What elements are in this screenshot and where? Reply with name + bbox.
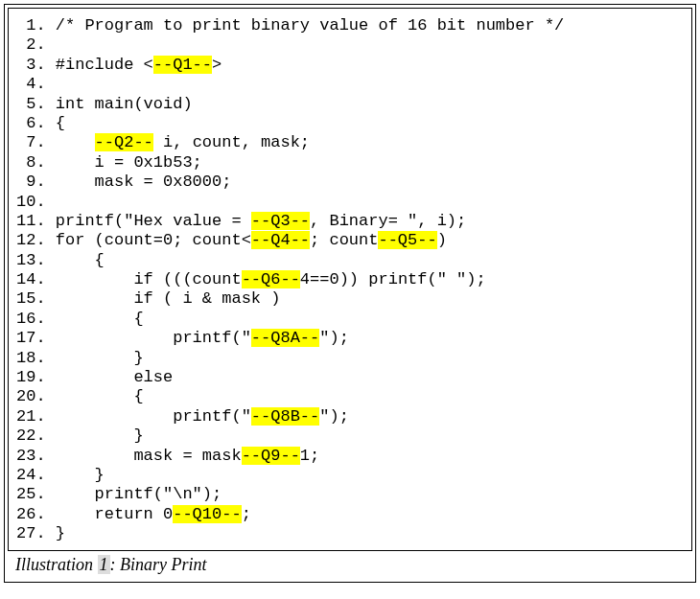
code-text: . {	[35, 251, 104, 269]
line-number: 4	[16, 75, 35, 94]
code-text: >	[212, 56, 222, 74]
code-text: . }	[35, 524, 65, 542]
blank-Q8B: --Q8B--	[251, 407, 319, 426]
code-text: . if ( i & mask )	[35, 289, 280, 308]
line-number: 20	[16, 387, 35, 406]
caption-number: 1	[98, 555, 110, 574]
line-number: 26	[16, 505, 35, 524]
illustration-caption: Illustration 1: Binary Print	[8, 551, 692, 579]
code-text: ;	[242, 505, 251, 523]
code-text: i, count, mask;	[153, 133, 310, 151]
blank-Q3: --Q3--	[251, 212, 310, 230]
code-text: . {	[35, 310, 143, 328]
line-number: 10	[16, 193, 35, 212]
code-line-27: 27. }	[16, 524, 682, 543]
blank-Q4: --Q4--	[251, 231, 310, 249]
code-line-2: 2.	[16, 35, 682, 55]
code-line-26: 26. return 0--Q10--;	[16, 505, 682, 524]
code-line-20: 20. {	[16, 387, 682, 406]
line-number: 6	[16, 114, 35, 133]
code-text: .	[35, 133, 94, 151]
line-number: 8	[16, 153, 35, 173]
blank-Q10: --Q10--	[173, 505, 241, 523]
code-line-17: 17. printf("--Q8A--");	[16, 329, 682, 348]
code-text: . if (((count	[35, 270, 241, 288]
caption-title: : Binary Print	[110, 555, 207, 574]
code-text: . }	[35, 466, 104, 484]
code-line-5: 5. int main(void)	[16, 95, 682, 114]
line-number: 27	[16, 524, 35, 543]
code-text: . printf("	[35, 329, 250, 347]
code-line-24: 24. }	[16, 466, 682, 485]
code-text: . {	[35, 387, 143, 405]
blank-Q2: --Q2--	[95, 133, 153, 151]
line-number: 24	[16, 466, 35, 485]
code-box: 1. /* Program to print binary value of 1…	[8, 8, 692, 551]
line-number: 18	[16, 349, 35, 368]
code-text: . else	[35, 368, 173, 386]
code-line-11: 11. printf("Hex value = --Q3--, Binary= …	[16, 212, 682, 231]
code-text: . printf("	[35, 407, 250, 426]
line-number: 7	[16, 133, 35, 152]
line-number: 17	[16, 329, 35, 348]
code-text: ; count	[310, 231, 378, 249]
blank-Q9: --Q9--	[242, 447, 300, 465]
line-number: 12	[16, 231, 35, 250]
code-text: . printf("\n");	[35, 485, 222, 503]
code-text: ");	[319, 407, 349, 426]
code-line-18: 18. }	[16, 349, 682, 368]
line-number: 25	[16, 485, 35, 504]
document-outer-frame: 1. /* Program to print binary value of 1…	[4, 4, 696, 583]
line-number: 23	[16, 447, 35, 466]
code-text: .	[35, 35, 45, 54]
line-number: 2	[16, 35, 35, 55]
code-text: . }	[35, 426, 143, 445]
line-number: 11	[16, 212, 35, 231]
line-number: 15	[16, 289, 35, 309]
code-line-23: 23. mask = mask--Q9--1;	[16, 447, 682, 466]
blank-Q5: --Q5--	[378, 231, 436, 249]
blank-Q8A: --Q8A--	[251, 329, 319, 347]
line-number: 3	[16, 56, 35, 75]
line-number: 16	[16, 310, 35, 329]
code-text: . printf("Hex value =	[35, 212, 250, 230]
code-text: . }	[35, 349, 143, 367]
code-text: .	[35, 75, 45, 93]
line-number: 5	[16, 95, 35, 114]
code-text: 1;	[300, 447, 319, 465]
code-line-4: 4.	[16, 75, 682, 94]
code-text: . mask = 0x8000;	[35, 173, 231, 191]
code-text: , Binary= ", i);	[310, 212, 466, 230]
code-text: )	[437, 231, 447, 249]
code-text: . for (count=0; count<	[35, 231, 250, 249]
code-line-12: 12. for (count=0; count<--Q4--; count--Q…	[16, 231, 682, 250]
code-line-6: 6. {	[16, 114, 682, 133]
code-line-1: 1. /* Program to print binary value of 1…	[16, 16, 682, 35]
code-line-19: 19. else	[16, 368, 682, 387]
code-line-3: 3. #include <--Q1-->	[16, 56, 682, 75]
code-line-16: 16. {	[16, 310, 682, 329]
line-number: 13	[16, 251, 35, 270]
code-text: 4==0)) printf(" ");	[300, 270, 486, 288]
code-text: . return 0	[35, 505, 173, 523]
line-number: 21	[16, 407, 35, 426]
code-text: . {	[35, 114, 65, 132]
line-number: 22	[16, 426, 35, 446]
code-line-8: 8. i = 0x1b53;	[16, 153, 682, 173]
code-line-9: 9. mask = 0x8000;	[16, 173, 682, 192]
code-line-14: 14. if (((count--Q6--4==0)) printf(" ");	[16, 270, 682, 289]
code-line-13: 13. {	[16, 251, 682, 270]
line-number: 9	[16, 173, 35, 192]
blank-Q6: --Q6--	[242, 270, 300, 288]
code-line-10: 10.	[16, 193, 682, 212]
code-text: . i = 0x1b53;	[35, 153, 201, 172]
caption-label: Illustration	[15, 555, 98, 574]
code-text: . int main(void)	[35, 95, 192, 113]
line-number: 19	[16, 368, 35, 387]
code-line-25: 25. printf("\n");	[16, 485, 682, 504]
code-text: ");	[319, 329, 349, 347]
code-line-15: 15. if ( i & mask )	[16, 289, 682, 309]
blank-Q1: --Q1--	[153, 56, 212, 74]
code-line-7: 7. --Q2-- i, count, mask;	[16, 133, 682, 152]
code-text: . mask = mask	[35, 447, 241, 465]
